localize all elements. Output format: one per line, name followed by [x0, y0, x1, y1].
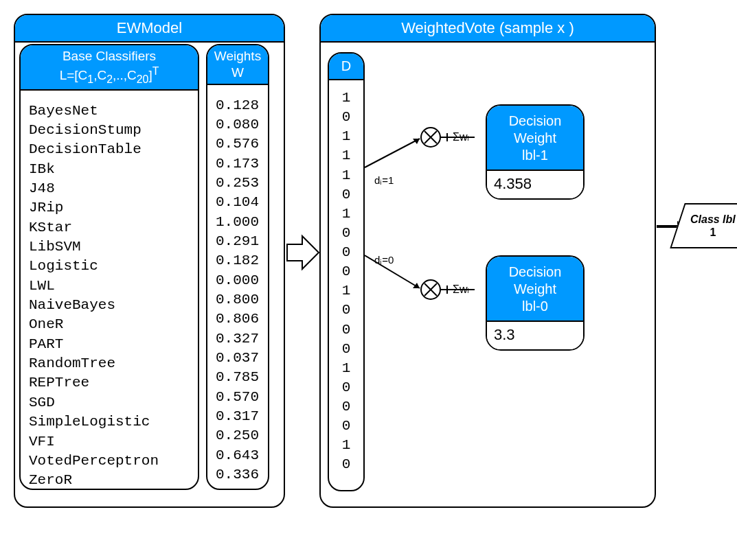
svg-line-0 [365, 139, 420, 167]
decision-lbl0-box: Decision Weight lbl-0 3.3 [486, 255, 585, 351]
dec0-line3: lbl-0 [490, 298, 580, 315]
bc-header-line2: L=[C1,C2,..,C20]T [23, 65, 195, 86]
weights-column: Weights W 0.128 0.080 0.576 0.173 0.253 … [206, 44, 269, 490]
sumw-label-1: Σwᵢ [453, 130, 469, 143]
ewmodel-title: EWModel [15, 15, 284, 43]
dec0-value: 3.3 [487, 320, 583, 349]
output-class-box: Class lbl 1 [670, 203, 737, 248]
cond-di0-label: dᵢ=0 [374, 254, 394, 266]
w-header-line2: W [210, 65, 265, 81]
dec1-line2: Weight [490, 130, 580, 147]
output-class-value: 1 [680, 226, 737, 239]
base-classifiers-column: Base Classifiers L=[C1,C2,..,C20]T Bayes… [19, 44, 199, 490]
weights-header: Weights W [207, 45, 268, 85]
dec0-line1: Decision [490, 264, 580, 281]
bc-header-line1: Base Classifiers [23, 48, 195, 65]
dec1-line1: Decision [490, 113, 580, 130]
dec0-line2: Weight [490, 281, 580, 298]
output-content: Class lbl 1 [680, 205, 737, 239]
d-list: 1 0 1 1 1 0 1 0 0 0 1 0 0 0 1 0 0 0 1 0 [329, 80, 363, 479]
dec1-line3: lbl-1 [490, 147, 580, 164]
weighted-vote-title: WeightedVote (sample x ) [321, 15, 655, 43]
weights-list: 0.128 0.080 0.576 0.173 0.253 0.104 1.00… [207, 85, 268, 492]
output-label: Class lbl [680, 213, 737, 226]
arrow-ew-to-wv [286, 232, 320, 273]
w-header-line1: Weights [210, 48, 265, 65]
d-header: D [329, 54, 363, 80]
base-classifiers-header: Base Classifiers L=[C1,C2,..,C20]T [21, 45, 198, 91]
sumw-label-0: Σwᵢ [453, 283, 469, 296]
cond-di1-label: dᵢ=1 [374, 174, 394, 187]
ewmodel-panel: EWModel Base Classifiers L=[C1,C2,..,C20… [14, 14, 285, 508]
decision-lbl1-box: Decision Weight lbl-1 4.358 [486, 104, 585, 200]
d-column: D 1 0 1 1 1 0 1 0 0 0 1 0 0 0 1 0 0 0 1 … [328, 52, 365, 491]
weighted-vote-panel: WeightedVote (sample x ) D 1 0 1 1 1 0 1… [319, 14, 656, 508]
dec1-value: 4.358 [487, 170, 583, 198]
base-classifiers-list: BayesNet DecisionStump DecisionTable IBk… [21, 91, 198, 498]
